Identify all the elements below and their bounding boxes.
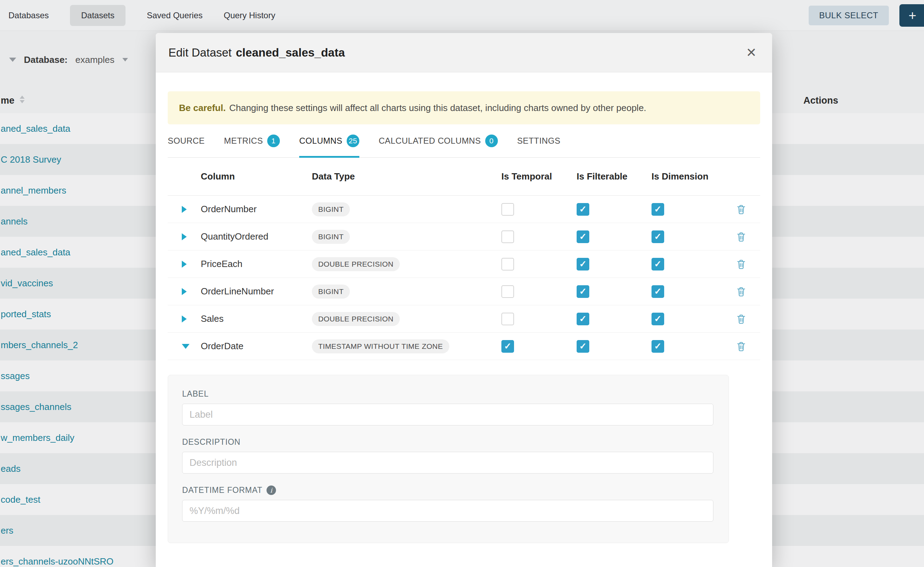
tab-label: COLUMNS (299, 136, 342, 146)
delete-column-button[interactable] (736, 286, 746, 297)
column-row: SalesDOUBLE PRECISION✓✓ (168, 305, 760, 333)
trash-icon[interactable] (736, 204, 746, 214)
tab-label: SOURCE (168, 136, 205, 146)
data-type-pill: BIGINT (312, 285, 350, 298)
label-field-label: LABEL (182, 389, 715, 399)
description-field-label: DESCRIPTION (182, 437, 715, 447)
warning-bold-text: Be careful. (179, 103, 226, 114)
description-input[interactable] (182, 452, 713, 474)
modal-title: Edit Datasetcleaned_sales_data (169, 46, 345, 59)
tab-count-badge: 0 (485, 135, 498, 147)
is-temporal-checkbox[interactable] (501, 231, 514, 243)
datetime-format-input[interactable] (182, 500, 713, 522)
is-temporal-checkbox[interactable] (501, 285, 514, 298)
warning-banner: Be careful. Changing these settings will… (168, 92, 760, 124)
trash-icon[interactable] (736, 341, 746, 352)
is-dimension-checkbox[interactable]: ✓ (652, 203, 664, 216)
label-input[interactable] (182, 404, 713, 425)
delete-column-button[interactable] (736, 341, 746, 352)
expand-caret-icon[interactable] (182, 288, 187, 295)
data-type-pill: BIGINT (312, 230, 350, 244)
data-type-pill: DOUBLE PRECISION (312, 312, 400, 326)
column-row: OrderDateTIMESTAMP WITHOUT TIME ZONE✓✓✓ (168, 333, 760, 360)
modal-title-dataset-name: cleaned_sales_data (236, 46, 345, 59)
tab-settings[interactable]: SETTINGS (517, 124, 560, 158)
modal-tabs: SOURCEMETRICS1COLUMNS25CALCULATED COLUMN… (168, 124, 760, 158)
warning-text: Changing these settings will affect all … (229, 103, 646, 114)
delete-column-button[interactable] (736, 259, 746, 270)
tab-count-badge: 25 (347, 135, 359, 147)
column-name: OrderDate (201, 341, 312, 352)
modal-body: Be careful. Changing these settings will… (156, 92, 772, 543)
delete-column-button[interactable] (736, 231, 746, 242)
collapse-caret-icon[interactable] (182, 344, 190, 349)
tab-source[interactable]: SOURCE (168, 124, 205, 158)
column-name: OrderNumber (201, 204, 312, 214)
tab-calculated-columns[interactable]: CALCULATED COLUMNS0 (379, 124, 498, 158)
close-icon[interactable]: ✕ (746, 46, 757, 59)
column-header-is-filterable: Is Filterable (576, 171, 652, 182)
column-header-data-type: Data Type (312, 171, 501, 182)
is-dimension-checkbox[interactable]: ✓ (652, 258, 664, 270)
column-name: QuantityOrdered (201, 231, 312, 242)
modal-header: Edit Datasetcleaned_sales_data ✕ (156, 33, 772, 72)
trash-icon[interactable] (736, 231, 746, 242)
trash-icon[interactable] (736, 259, 746, 270)
column-header-is-temporal: Is Temporal (501, 171, 576, 182)
tab-metrics[interactable]: METRICS1 (224, 124, 280, 158)
is-dimension-checkbox[interactable]: ✓ (652, 285, 664, 298)
is-temporal-checkbox[interactable] (501, 258, 514, 270)
is-dimension-checkbox[interactable]: ✓ (652, 313, 664, 325)
is-filterable-checkbox[interactable]: ✓ (576, 258, 589, 270)
data-type-pill: BIGINT (312, 202, 350, 216)
delete-column-button[interactable] (736, 204, 746, 214)
is-temporal-checkbox[interactable] (501, 203, 514, 216)
tab-count-badge: 1 (267, 135, 280, 147)
column-header-column: Column (201, 171, 312, 182)
is-dimension-checkbox[interactable]: ✓ (652, 340, 664, 353)
trash-icon[interactable] (736, 286, 746, 297)
expand-caret-icon[interactable] (182, 206, 187, 213)
tab-columns[interactable]: COLUMNS25 (299, 124, 359, 158)
data-type-pill: TIMESTAMP WITHOUT TIME ZONE (312, 339, 449, 353)
is-filterable-checkbox[interactable]: ✓ (576, 231, 589, 243)
delete-column-button[interactable] (736, 314, 746, 324)
datetime-format-field: DATETIME FORMAT i (182, 486, 715, 522)
description-field: DESCRIPTION (182, 437, 715, 474)
column-row: OrderNumberBIGINT✓✓ (168, 196, 760, 223)
is-filterable-checkbox[interactable]: ✓ (576, 203, 589, 216)
tab-label: CALCULATED COLUMNS (379, 136, 481, 146)
expand-caret-icon[interactable] (182, 233, 187, 240)
column-name: OrderLineNumber (201, 286, 312, 297)
tab-label: METRICS (224, 136, 263, 146)
column-header-is-dimension: Is Dimension (652, 171, 716, 182)
datetime-format-field-label: DATETIME FORMAT (182, 486, 262, 495)
expand-caret-icon[interactable] (182, 315, 187, 322)
is-filterable-checkbox[interactable]: ✓ (576, 340, 589, 353)
column-settings-panel: LABEL DESCRIPTION DATETIME FORMAT i (168, 375, 729, 543)
expand-caret-icon[interactable] (182, 261, 187, 268)
column-row: PriceEachDOUBLE PRECISION✓✓ (168, 250, 760, 278)
column-name: PriceEach (201, 258, 312, 270)
trash-icon[interactable] (736, 314, 746, 324)
modal-title-prefix: Edit Dataset (169, 46, 232, 59)
data-type-pill: DOUBLE PRECISION (312, 257, 400, 271)
is-temporal-checkbox[interactable] (501, 313, 514, 325)
info-icon[interactable]: i (266, 486, 276, 495)
tab-label: SETTINGS (517, 136, 560, 146)
column-name: Sales (201, 314, 312, 324)
edit-dataset-modal: Edit Datasetcleaned_sales_data ✕ Be care… (156, 33, 772, 567)
is-filterable-checkbox[interactable]: ✓ (576, 313, 589, 325)
columns-table-body: OrderNumberBIGINT✓✓QuantityOrderedBIGINT… (168, 196, 760, 360)
column-row: OrderLineNumberBIGINT✓✓ (168, 278, 760, 305)
columns-table-header: Column Data Type Is Temporal Is Filterab… (168, 158, 760, 196)
column-row: QuantityOrderedBIGINT✓✓ (168, 223, 760, 250)
is-temporal-checkbox[interactable]: ✓ (501, 340, 514, 353)
is-filterable-checkbox[interactable]: ✓ (576, 285, 589, 298)
is-dimension-checkbox[interactable]: ✓ (652, 231, 664, 243)
label-field: LABEL (182, 389, 715, 425)
